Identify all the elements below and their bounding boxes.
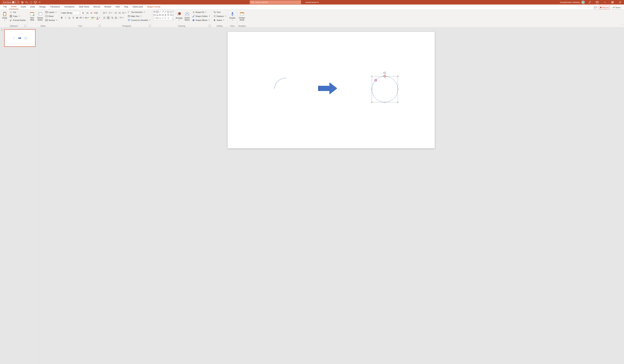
shape-effects-button[interactable]: Shape Effects xyxy=(191,18,210,22)
convert-to-smartart-button[interactable]: Convert to SmartArt xyxy=(127,18,151,22)
dialog-launcher-icon[interactable] xyxy=(24,25,26,27)
shape-curve-icon[interactable] xyxy=(159,17,161,20)
tab-slidelizard[interactable]: SlideLizard xyxy=(130,4,145,9)
clear-formatting-button[interactable]: A⌫ xyxy=(94,11,98,15)
slide[interactable] xyxy=(228,32,435,148)
change-case-button[interactable]: Aa xyxy=(84,16,89,20)
numbering-button[interactable] xyxy=(108,11,112,15)
comments-button[interactable] xyxy=(594,6,597,9)
copy-button[interactable]: Copy xyxy=(9,14,26,18)
increase-indent-button[interactable] xyxy=(118,11,121,15)
tab-view[interactable]: View xyxy=(113,4,122,9)
tab-help[interactable]: Help xyxy=(122,4,130,9)
present-from-start-icon[interactable] xyxy=(34,0,37,4)
align-right-button[interactable] xyxy=(110,16,114,20)
increase-font-size-button[interactable]: A▴ xyxy=(86,11,89,15)
document-title[interactable]: curved-arrow xyxy=(305,1,319,3)
justify-button[interactable] xyxy=(114,16,118,20)
shape-arc-icon[interactable] xyxy=(161,17,164,20)
autosave-switch[interactable] xyxy=(12,1,16,3)
slide-thumbnail[interactable]: 1 xyxy=(2,29,36,47)
shape-line-arrow-icon[interactable] xyxy=(161,10,164,13)
adjustment-handle-top[interactable] xyxy=(384,75,386,77)
replace-button[interactable]: Replace xyxy=(213,14,227,18)
underline-button[interactable]: U xyxy=(68,16,71,20)
strikethrough-button[interactable]: ab xyxy=(75,16,79,20)
format-painter-button[interactable]: Format Painter xyxy=(9,18,26,22)
section-button[interactable]: Section xyxy=(45,18,58,22)
rotate-handle[interactable] xyxy=(383,72,386,74)
dialog-launcher-icon[interactable] xyxy=(208,25,210,27)
shape-pentagon-icon[interactable] xyxy=(156,17,159,20)
tab-draw[interactable]: Draw xyxy=(28,4,37,9)
resize-handle-nw[interactable] xyxy=(371,75,372,77)
tab-file[interactable]: File xyxy=(1,4,9,9)
user-avatar[interactable]: GJ xyxy=(581,0,585,4)
tab-animations[interactable]: Animations xyxy=(62,4,77,9)
quick-styles-button[interactable]: Quick Styles xyxy=(183,10,191,23)
select-button[interactable]: Select xyxy=(213,18,227,22)
slide-thumbnail-pane[interactable]: 1 xyxy=(0,27,38,364)
minimize-button[interactable] xyxy=(602,0,608,4)
autosave-toggle[interactable]: AutoSave Off xyxy=(1,1,20,4)
user-name[interactable]: Gumpelmeyer Johanna xyxy=(560,1,580,3)
font-name-input[interactable] xyxy=(60,11,80,15)
decrease-font-size-button[interactable]: A▾ xyxy=(90,11,93,15)
search-input[interactable]: Search (Alt+Q) xyxy=(250,0,301,4)
shape-rounded-rect-icon[interactable] xyxy=(153,13,156,16)
tab-home[interactable]: Home xyxy=(9,4,19,9)
shape-line-icon[interactable] xyxy=(159,10,161,13)
shape-outline-button[interactable]: Shape Outline xyxy=(191,14,210,18)
shape-star-icon[interactable] xyxy=(170,13,172,16)
coming-soon-icon[interactable] xyxy=(586,0,593,4)
collapse-ribbon-button[interactable]: ˅ xyxy=(622,24,623,27)
shape-textbox-icon[interactable] xyxy=(156,10,159,13)
shape-freeform-icon[interactable] xyxy=(153,17,156,20)
bold-button[interactable]: B xyxy=(60,16,63,20)
arrange-button[interactable]: Arrange ▾ xyxy=(176,10,183,23)
dialog-launcher-icon[interactable] xyxy=(149,25,151,27)
tab-transitions[interactable]: Transitions xyxy=(48,4,62,9)
layout-button[interactable]: Layout xyxy=(45,10,58,14)
shapes-gallery[interactable] xyxy=(153,10,173,20)
tab-shape-format[interactable]: Shape Format xyxy=(145,4,162,9)
tab-review[interactable]: Review xyxy=(102,4,113,9)
shape-brace-left-icon[interactable] xyxy=(164,17,167,20)
design-ideas-button[interactable]: Design Ideas xyxy=(238,10,246,23)
resize-handle-w[interactable] xyxy=(371,89,372,90)
new-slide-button[interactable]: New Slide xyxy=(28,10,36,23)
shape-triangle-icon[interactable] xyxy=(156,13,159,16)
right-arrow-shape[interactable] xyxy=(318,82,337,95)
align-center-button[interactable] xyxy=(106,16,110,20)
undo-icon[interactable] xyxy=(25,0,28,4)
adjustment-handle-angle[interactable] xyxy=(374,79,377,81)
italic-button[interactable]: I xyxy=(64,16,67,20)
highlight-color-button[interactable]: ab xyxy=(91,16,96,20)
arc-shape[interactable] xyxy=(274,76,287,89)
text-direction-button[interactable]: Text Direction xyxy=(127,10,151,14)
tab-slide-show[interactable]: Slide Show xyxy=(77,4,91,9)
save-icon[interactable] xyxy=(21,0,24,4)
tab-insert[interactable]: Insert xyxy=(19,4,28,9)
tab-design[interactable]: Design xyxy=(37,4,48,9)
ribbon-display-options-icon[interactable] xyxy=(594,0,600,4)
decrease-indent-button[interactable] xyxy=(114,11,118,15)
shapes-gallery-scroll[interactable]: ▴▾≡ xyxy=(173,10,175,20)
shape-arrow-right2-icon[interactable] xyxy=(161,13,164,16)
shape-connector-icon[interactable] xyxy=(164,10,167,13)
resize-handle-s[interactable] xyxy=(384,102,386,103)
shape-arrow-left-icon[interactable] xyxy=(159,13,161,16)
share-button[interactable]: Share xyxy=(611,6,622,9)
close-button[interactable] xyxy=(617,0,623,4)
maximize-button[interactable] xyxy=(609,0,616,4)
shape-arrow-down-icon[interactable] xyxy=(167,13,170,16)
shape-fill-button[interactable]: Shape Fill xyxy=(191,10,210,14)
align-text-button[interactable]: Align Text xyxy=(127,14,151,18)
character-spacing-button[interactable]: AV xyxy=(79,16,84,20)
record-button[interactable]: Record xyxy=(599,6,610,9)
shape-rectangle-icon[interactable] xyxy=(167,10,170,13)
resize-handle-e[interactable] xyxy=(397,89,398,90)
shape-oval-icon[interactable] xyxy=(170,10,172,13)
resize-handle-sw[interactable] xyxy=(371,102,372,103)
redo-icon[interactable] xyxy=(29,0,33,4)
